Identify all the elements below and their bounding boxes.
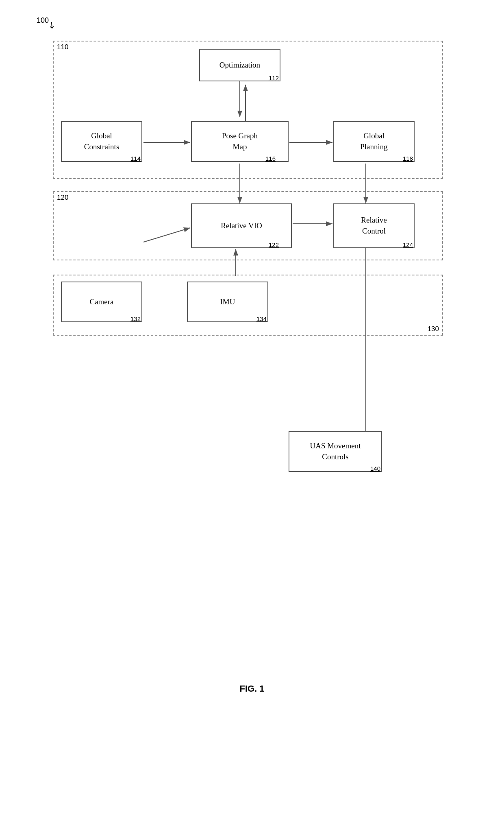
- relative-vio-ref: 122: [269, 240, 279, 249]
- optimization-box: Optimization 112: [199, 49, 280, 81]
- relative-vio-box: Relative VIO 122: [191, 203, 292, 248]
- region-130-label: 130: [428, 325, 439, 333]
- global-planning-ref: 118: [403, 154, 413, 163]
- global-constraints-ref: 114: [130, 154, 141, 163]
- relative-vio-label: Relative VIO: [221, 221, 262, 231]
- imu-box: IMU 134: [187, 282, 268, 322]
- relative-control-box: RelativeControl 124: [333, 203, 415, 248]
- uas-movement-box: UAS MovementControls 140: [289, 431, 382, 472]
- relative-control-label: RelativeControl: [361, 215, 387, 236]
- uas-movement-ref: 140: [370, 464, 380, 473]
- pose-graph-map-box: Pose GraphMap 116: [191, 121, 289, 162]
- imu-label: IMU: [220, 297, 235, 308]
- optimization-ref: 112: [269, 74, 279, 82]
- region-110-label: 110: [57, 43, 68, 51]
- ref-100: 100: [37, 16, 49, 25]
- camera-ref: 132: [130, 314, 141, 323]
- global-constraints-label: GlobalConstraints: [84, 131, 119, 152]
- pose-graph-map-ref: 116: [265, 154, 276, 163]
- imu-ref: 134: [256, 314, 267, 323]
- region-120-label: 120: [57, 194, 68, 202]
- global-constraints-box: GlobalConstraints 114: [61, 121, 142, 162]
- optimization-label: Optimization: [219, 60, 260, 71]
- camera-box: Camera 132: [61, 282, 142, 322]
- global-planning-box: GlobalPlanning 118: [333, 121, 415, 162]
- camera-label: Camera: [89, 297, 113, 308]
- global-planning-label: GlobalPlanning: [360, 131, 388, 152]
- uas-movement-label: UAS MovementControls: [310, 441, 361, 462]
- relative-control-ref: 124: [403, 240, 413, 249]
- figure-label: FIG. 1: [24, 684, 480, 694]
- pose-graph-map-label: Pose GraphMap: [222, 131, 258, 152]
- page: 100 ↘: [0, 0, 504, 832]
- diagram: 100 ↘: [37, 16, 467, 667]
